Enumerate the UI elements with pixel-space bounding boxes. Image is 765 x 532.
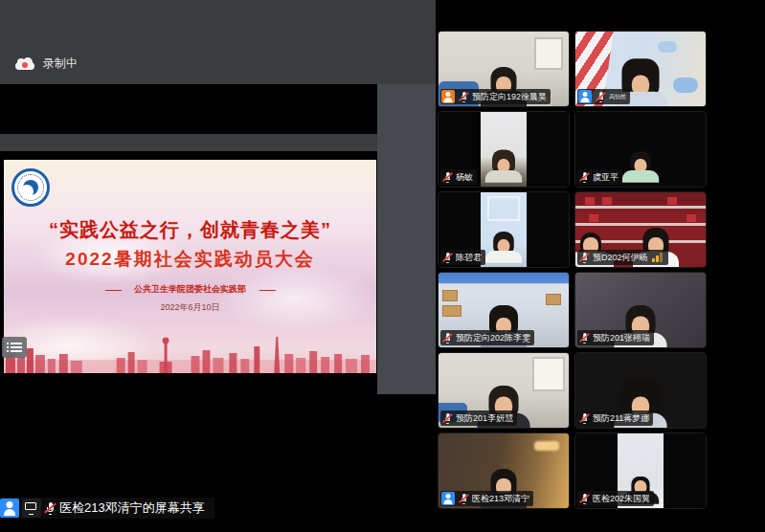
participant-label: 陈碧君 (440, 250, 485, 265)
meeting-window: 录制中 “实践公益之行，创就青春之美” 2022暑期社会实践动员大会 —— 公共… (0, 0, 765, 532)
participant-tile-6[interactable]: 预D202何伊旸 (575, 192, 706, 267)
participant-tile-7[interactable]: 预防定向202陈李雯 (439, 273, 569, 347)
muted-mic-icon (596, 91, 606, 102)
participant-tile-8[interactable]: 预防201张栩瑞 (575, 273, 706, 347)
participant-tile-11[interactable]: 医检213邓清宁 (439, 433, 569, 508)
list-icon (7, 343, 9, 344)
participant-name: 医检202朱国翼 (593, 493, 650, 505)
university-logo (11, 168, 50, 207)
muted-mic-icon (579, 412, 590, 424)
muted-mic-icon (579, 171, 590, 183)
participant-label: 医检213邓清宁 (440, 491, 533, 506)
participant-label: 杨敏 (440, 169, 477, 185)
slide-list-toggle-button[interactable] (2, 337, 27, 358)
muted-mic-icon (459, 493, 469, 504)
muted-mic-icon (579, 493, 590, 504)
shared-screen-strip (0, 134, 377, 151)
participant-tile-1[interactable]: 预防定向192徐晨昊 (439, 32, 569, 106)
presentation-slide: “实践公益之行，创就青春之美” 2022暑期社会实践动员大会 —— 公共卫生学院… (4, 160, 376, 373)
participant-tile-4[interactable]: 虞亚平 (575, 112, 706, 187)
screen-share-banner: 医检213邓清宁的屏幕共享 (0, 498, 214, 519)
participant-name: 预防201张栩瑞 (593, 332, 650, 344)
slide-subtitle-row: —— 公共卫生学院团委社会实践部 —— (4, 283, 376, 296)
participant-tile-12[interactable]: 医检202朱国翼 (575, 433, 706, 508)
participant-name: 杨敏 (456, 171, 473, 184)
participant-tile-10[interactable]: 预防211蒋梦娜 (575, 353, 706, 428)
participant-label: 预防201张栩瑞 (577, 330, 654, 345)
slide-date: 2022年6月10日 (4, 301, 376, 314)
muted-mic-icon (44, 501, 56, 515)
muted-mic-icon (579, 332, 590, 344)
muted-mic-icon (442, 332, 453, 344)
host-badge-icon (441, 90, 455, 103)
muted-mic-icon (442, 252, 453, 263)
sharer-badge-icon (441, 492, 455, 505)
participant-name: 预防定向202陈李雯 (456, 332, 530, 344)
muted-mic-icon (459, 91, 469, 102)
participant-label: 预防定向192徐晨昊 (440, 89, 551, 104)
share-banner-text: 医检213邓清宁的屏幕共享 (59, 499, 205, 517)
participant-tile-5[interactable]: 陈碧君 (439, 192, 569, 267)
participant-name: 预防211蒋梦娜 (593, 412, 649, 425)
slide-title-line2: 2022暑期社会实践动员大会 (4, 247, 376, 272)
participant-name: 预防定向192徐晨昊 (472, 91, 547, 103)
shared-screen-side-band (377, 84, 436, 394)
network-signal-icon (652, 253, 664, 263)
subtitle-dash-left: —— (105, 285, 121, 295)
participant-name: 医检213邓清宁 (472, 493, 529, 505)
recording-label: 录制中 (43, 55, 78, 72)
screen-share-icon (22, 499, 41, 518)
muted-mic-icon (579, 252, 590, 263)
sharer-avatar-badge-icon (0, 499, 19, 518)
participant-name: 虞亚平 (593, 171, 619, 184)
cloud-record-icon (15, 57, 34, 70)
participant-label: 预D202何伊旸 (577, 250, 668, 265)
participant-tile-9[interactable]: 预防201李妍慧 (439, 353, 569, 428)
slide-subtitle: 公共卫生学院团委社会实践部 (134, 283, 246, 296)
participant-name: 高怡然 (609, 93, 626, 101)
participant-label: 预防211蒋梦娜 (577, 410, 653, 426)
participant-label: 虞亚平 (577, 169, 622, 185)
participant-name: 陈碧君 (456, 252, 482, 264)
slide-cloud-decor (214, 265, 376, 332)
participant-tile-2[interactable]: 高怡然 (575, 32, 706, 106)
participant-label: 预防201李妍慧 (440, 410, 517, 426)
participants-grid: 预防定向192徐晨昊 高怡然 杨敏 (436, 0, 765, 532)
muted-mic-icon (442, 171, 453, 183)
list-icon (11, 343, 22, 344)
participant-label: 预防定向202陈李雯 (440, 330, 534, 345)
subtitle-dash-right: —— (259, 285, 275, 295)
muted-mic-icon (442, 412, 453, 424)
participant-name: 预防201李妍慧 (456, 412, 513, 425)
participant-label: 医检202朱国翼 (577, 491, 654, 506)
participant-label: 高怡然 (577, 89, 630, 104)
slide-title-line1: “实践公益之行，创就青春之美” (4, 217, 376, 243)
recording-indicator: 录制中 (15, 55, 78, 72)
participant-tile-3[interactable]: 杨敏 (439, 112, 569, 187)
cohost-badge-icon (578, 90, 592, 103)
participant-name: 预D202何伊旸 (593, 252, 648, 264)
shared-screen-panel: 录制中 “实践公益之行，创就青春之美” 2022暑期社会实践动员大会 —— 公共… (0, 0, 436, 532)
city-skyline-graphic (4, 331, 376, 373)
